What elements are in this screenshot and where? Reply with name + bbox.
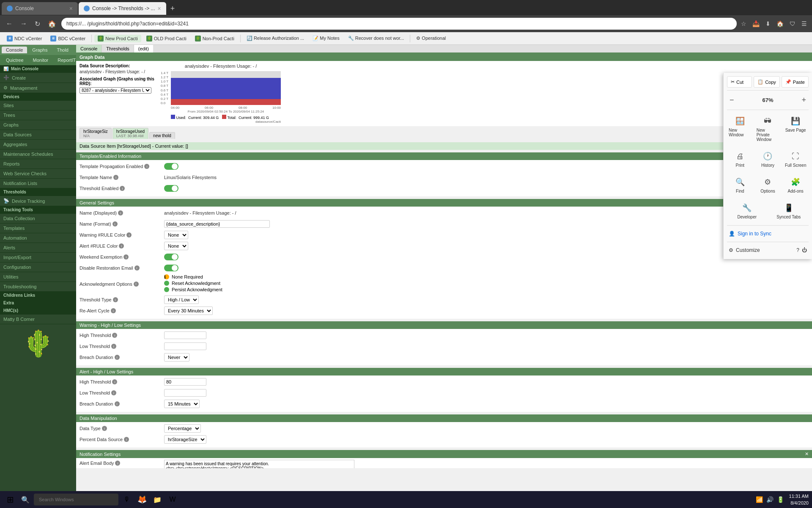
- history-button[interactable]: 🕐 History: [755, 148, 781, 171]
- alert-hrule-select[interactable]: None: [164, 242, 188, 250]
- sidebar-create[interactable]: ➕ Create: [0, 73, 76, 83]
- new-window-button[interactable]: 🪟 New Window: [727, 113, 753, 145]
- tab-1-close[interactable]: ×: [69, 5, 73, 12]
- sidebar-configuration[interactable]: Configuration: [0, 262, 76, 272]
- page-tab-edit[interactable]: (edit): [134, 45, 153, 52]
- sidebar-utilities[interactable]: Utilities: [0, 272, 76, 282]
- nav-tab-console[interactable]: Console: [2, 47, 27, 53]
- nav-tab-thold[interactable]: Thold: [52, 47, 73, 53]
- reload-button[interactable]: ↻: [32, 18, 43, 30]
- bookmark-my-notes[interactable]: 📝 My Notes: [309, 35, 343, 42]
- nav-tab-monitor[interactable]: Monitor: [29, 57, 53, 64]
- cut-button[interactable]: ✂ Cut: [727, 76, 752, 88]
- page-tab-thresholds[interactable]: Thresholds: [102, 45, 134, 52]
- bookmark-new-prod-cacti[interactable]: 🌵 New Prod Cacti: [94, 35, 141, 42]
- tab-2-close[interactable]: ×: [158, 5, 161, 12]
- warning-breach-select[interactable]: Never: [164, 353, 189, 362]
- alert-email-body-info[interactable]: i: [115, 461, 120, 466]
- find-button[interactable]: 🔍 Find: [727, 174, 753, 197]
- address-bar[interactable]: https://... /plugins/thold/thold.php?act…: [61, 18, 737, 30]
- sidebar-management[interactable]: ⚙ Management: [0, 83, 76, 93]
- alert-breach-select[interactable]: 15 Minutes: [164, 400, 200, 408]
- alert-breach-info[interactable]: i: [115, 401, 120, 406]
- sidebar-alerts[interactable]: Alerts: [0, 243, 76, 253]
- warning-high-info[interactable]: i: [112, 333, 117, 338]
- sidebar-webservice[interactable]: Web Service Checks: [0, 169, 76, 179]
- sidebar-templates[interactable]: Templates: [0, 224, 76, 233]
- new-tab-button[interactable]: +: [167, 3, 178, 15]
- sidebar-trees[interactable]: Trees: [0, 110, 76, 120]
- print-button[interactable]: 🖨 Print: [727, 148, 753, 171]
- sign-in-button[interactable]: 👤 Sign in to Sync: [727, 228, 809, 239]
- save-page-button[interactable]: 💾 Save Page: [782, 113, 809, 145]
- sidebar-reports[interactable]: Reports: [0, 159, 76, 169]
- customize-button[interactable]: ⚙ Customize ? ⏻: [727, 245, 809, 256]
- bookmark-release-auth[interactable]: 🔄 Release Authorization ...: [243, 35, 307, 42]
- bookmark-operational[interactable]: ⚙ Operational: [413, 35, 449, 42]
- forward-button[interactable]: →: [18, 18, 30, 29]
- sidebar-sites[interactable]: Sites: [0, 101, 76, 110]
- alert-high-input[interactable]: [164, 378, 206, 386]
- weekend-exemption-toggle[interactable]: [164, 254, 178, 260]
- template-prop-info[interactable]: i: [144, 164, 149, 169]
- name-displayed-info[interactable]: i: [118, 210, 123, 215]
- bookmark-old-prod-cacti[interactable]: 🌵 OLD Prod Cacti: [143, 35, 190, 42]
- alert-high-info[interactable]: i: [112, 379, 117, 384]
- sidebar-device-tracking[interactable]: 📡 Device Tracking: [0, 196, 76, 206]
- sidebar-notif-lists[interactable]: Notification Lists: [0, 179, 76, 188]
- home-nav-icon[interactable]: 🏠: [775, 19, 785, 29]
- ack-options-info[interactable]: i: [134, 282, 139, 287]
- bookmark-ndc-vcenter[interactable]: 🖥 NDC vCenter: [3, 35, 45, 42]
- sidebar-maintenance[interactable]: Maintenance Schedules: [0, 149, 76, 159]
- notification-close[interactable]: ✕: [805, 451, 809, 457]
- bookmark-star[interactable]: ☆: [739, 19, 748, 29]
- ds-tab-2[interactable]: new thold: [149, 132, 175, 139]
- content-scroll[interactable]: Graph Data Data Source Description: anal…: [76, 53, 812, 468]
- bookmark-recover[interactable]: 🔧 Recover does not wor...: [345, 35, 408, 42]
- disable-restoration-toggle[interactable]: [164, 265, 178, 271]
- alert-email-body-textarea[interactable]: A warning has been issued that requires …: [164, 460, 354, 468]
- sidebar-automation[interactable]: Automation: [0, 233, 76, 243]
- downloads-icon[interactable]: ⬇: [764, 19, 772, 29]
- zoom-in-button[interactable]: +: [799, 95, 809, 105]
- taskbar-word[interactable]: W: [166, 493, 179, 506]
- back-button[interactable]: ←: [3, 18, 15, 29]
- data-type-info[interactable]: i: [102, 426, 107, 431]
- threshold-enabled-toggle[interactable]: [164, 185, 178, 192]
- pct-ds-select[interactable]: hrStorageSize: [164, 435, 206, 444]
- warning-hrule-info[interactable]: i: [126, 232, 132, 237]
- home-button[interactable]: 🏠: [45, 18, 59, 30]
- associated-graph-select[interactable]: 8287 - analysisdev - Filesystem Usage: -…: [80, 87, 151, 94]
- synced-tabs-button[interactable]: 📱 Synced Tabs: [769, 199, 809, 223]
- add-ons-button[interactable]: 🧩 Add-ons: [782, 174, 809, 197]
- page-tab-console[interactable]: Console: [76, 45, 102, 52]
- taskbar-clock[interactable]: 11:31 AM 8/4/2020: [789, 493, 809, 507]
- zoom-out-button[interactable]: −: [727, 95, 737, 105]
- taskbar-cortana[interactable]: 🎙: [120, 493, 134, 506]
- alert-low-input[interactable]: [164, 389, 206, 397]
- ds-tab-1[interactable]: hrStorageUsed LAST: 30.98 AM: [112, 128, 148, 139]
- developer-button[interactable]: 🔧 Developer: [727, 199, 767, 223]
- shield-icon[interactable]: 🛡: [788, 19, 797, 29]
- template-name-info[interactable]: i: [113, 175, 118, 180]
- nav-tab-graphs[interactable]: Graphs: [28, 47, 52, 53]
- warning-high-input[interactable]: [164, 331, 206, 339]
- options-button[interactable]: ⚙ Options: [755, 174, 781, 197]
- sidebar-data-collection[interactable]: Data Collection: [0, 214, 76, 224]
- re-alert-select[interactable]: Every 30 Minutes: [164, 306, 213, 315]
- threshold-enabled-info[interactable]: i: [120, 186, 125, 191]
- copy-button[interactable]: 📋 Copy: [754, 76, 780, 88]
- paste-button[interactable]: 📌 Paste: [782, 76, 809, 88]
- warning-low-info[interactable]: i: [111, 344, 116, 349]
- name-format-info[interactable]: i: [112, 221, 118, 226]
- taskbar-explorer[interactable]: 📁: [151, 493, 164, 506]
- threshold-type-select[interactable]: High / Low: [164, 295, 199, 304]
- new-private-window-button[interactable]: 🕶 New Private Window: [755, 113, 781, 145]
- tab-1[interactable]: Console ×: [2, 2, 78, 15]
- taskbar-search-input[interactable]: [34, 494, 118, 505]
- bookmark-nonprod-cacti[interactable]: 🌵 Non-Prod Cacti: [192, 35, 238, 42]
- nav-tab-quictree[interactable]: Quictree: [2, 57, 28, 64]
- taskbar-firefox[interactable]: 🦊: [135, 493, 149, 506]
- sidebar-aggregates[interactable]: Aggregates: [0, 140, 76, 149]
- alert-low-info[interactable]: i: [111, 390, 116, 395]
